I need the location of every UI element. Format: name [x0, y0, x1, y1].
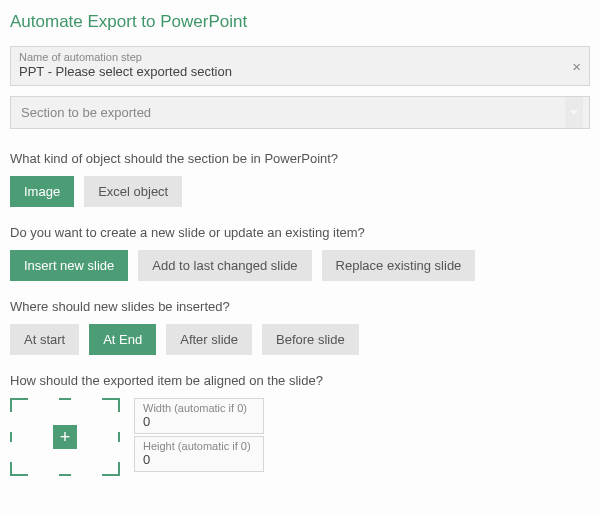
name-field-label: Name of automation step [19, 51, 581, 63]
height-field[interactable]: Height (automatic if 0) [134, 436, 264, 472]
option-image[interactable]: Image [10, 176, 74, 207]
tick-left-icon [10, 432, 12, 442]
width-label: Width (automatic if 0) [143, 402, 255, 414]
corner-tl-icon [10, 398, 28, 412]
plus-icon: + [60, 428, 71, 446]
width-input[interactable] [143, 414, 255, 429]
height-label: Height (automatic if 0) [143, 440, 255, 452]
clear-icon[interactable]: × [572, 58, 581, 75]
width-field[interactable]: Width (automatic if 0) [134, 398, 264, 434]
corner-br-icon [102, 462, 120, 476]
question-slide-action: Do you want to create a new slide or upd… [10, 225, 590, 240]
section-dropdown-placeholder: Section to be exported [21, 105, 151, 120]
tick-top-icon [59, 398, 71, 400]
option-at-end[interactable]: At End [89, 324, 156, 355]
alignment-picker[interactable]: + [10, 398, 120, 476]
option-insert-new-slide[interactable]: Insert new slide [10, 250, 128, 281]
option-at-start[interactable]: At start [10, 324, 79, 355]
corner-tr-icon [102, 398, 120, 412]
option-excel-object[interactable]: Excel object [84, 176, 182, 207]
tick-right-icon [118, 432, 120, 442]
option-add-last-changed[interactable]: Add to last changed slide [138, 250, 311, 281]
alignment-center-button[interactable]: + [53, 425, 77, 449]
height-input[interactable] [143, 452, 255, 467]
question-object-kind: What kind of object should the section b… [10, 151, 590, 166]
name-input[interactable] [19, 64, 581, 79]
tick-bottom-icon [59, 474, 71, 476]
dialog-title: Automate Export to PowerPoint [10, 12, 590, 32]
option-after-slide[interactable]: After slide [166, 324, 252, 355]
question-alignment: How should the exported item be aligned … [10, 373, 590, 388]
chevron-down-icon [565, 97, 583, 128]
option-before-slide[interactable]: Before slide [262, 324, 359, 355]
question-insert-position: Where should new slides be inserted? [10, 299, 590, 314]
corner-bl-icon [10, 462, 28, 476]
name-field[interactable]: Name of automation step × [10, 46, 590, 86]
option-replace-existing[interactable]: Replace existing slide [322, 250, 476, 281]
section-dropdown[interactable]: Section to be exported [10, 96, 590, 129]
